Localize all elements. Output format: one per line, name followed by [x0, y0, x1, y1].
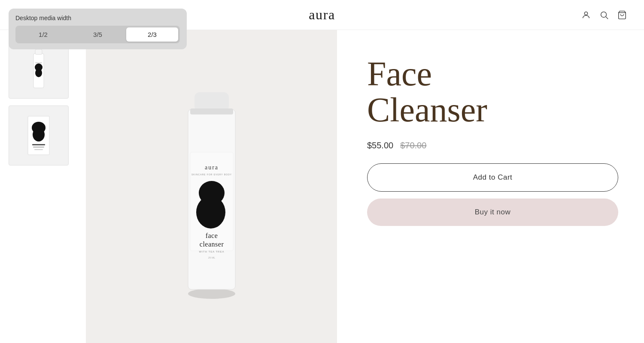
svg-rect-18: [190, 108, 233, 114]
header-icons: [581, 10, 627, 20]
thumbnail-2[interactable]: [9, 105, 69, 165]
svg-point-7: [35, 69, 42, 77]
price-current: $55.00: [367, 141, 393, 150]
account-icon[interactable]: [581, 10, 591, 20]
svg-rect-13: [33, 147, 44, 147]
price-original: $70.00: [400, 141, 426, 150]
svg-point-15: [188, 289, 235, 299]
price-row: $55.00 $70.00: [367, 141, 618, 150]
svg-rect-12: [32, 144, 45, 145]
svg-point-0: [584, 12, 587, 15]
thumb-bottle-svg: [26, 45, 52, 92]
search-icon[interactable]: [599, 10, 609, 20]
main-content: aura SKINCARE FOR EVERY BODY face cleans…: [0, 30, 644, 343]
svg-rect-5: [35, 49, 42, 54]
media-popup-title: Desktop media width: [15, 15, 180, 21]
product-title: Face Cleanser: [367, 56, 618, 128]
product-bottle-illustration: aura SKINCARE FOR EVERY BODY face cleans…: [160, 66, 263, 307]
svg-text:cleanser: cleanser: [199, 241, 224, 248]
thumbnail-column: [0, 30, 86, 343]
svg-point-11: [33, 128, 45, 141]
cart-icon[interactable]: [617, 10, 627, 20]
media-options: 1/2 3/5 2/3: [15, 26, 180, 43]
media-option-three-fifths[interactable]: 3/5: [72, 27, 124, 42]
svg-text:SKINCARE FOR EVERY BODY: SKINCARE FOR EVERY BODY: [191, 173, 231, 176]
svg-text:25 ML: 25 ML: [208, 256, 215, 259]
media-option-two-thirds[interactable]: 2/3: [126, 27, 178, 42]
product-image-area: aura SKINCARE FOR EVERY BODY face cleans…: [86, 30, 337, 343]
media-option-half[interactable]: 1/2: [17, 27, 69, 42]
svg-point-1: [601, 12, 607, 17]
buy-now-button[interactable]: Buy it now: [367, 199, 618, 226]
media-width-popup: Desktop media width 1/2 3/5 2/3: [9, 9, 187, 49]
svg-line-2: [606, 17, 608, 19]
svg-text:aura: aura: [204, 164, 218, 171]
svg-rect-8: [35, 62, 42, 63]
svg-text:WITH TEA TREA: WITH TEA TREA: [199, 250, 224, 253]
site-logo[interactable]: aura: [309, 7, 335, 23]
svg-point-23: [196, 196, 225, 229]
add-to-cart-button[interactable]: Add to Cart: [367, 163, 618, 192]
thumb-box-svg: [24, 114, 54, 157]
svg-rect-14: [34, 149, 43, 150]
svg-text:face: face: [205, 232, 218, 239]
product-info: Face Cleanser $55.00 $70.00 Add to Cart …: [337, 30, 644, 343]
